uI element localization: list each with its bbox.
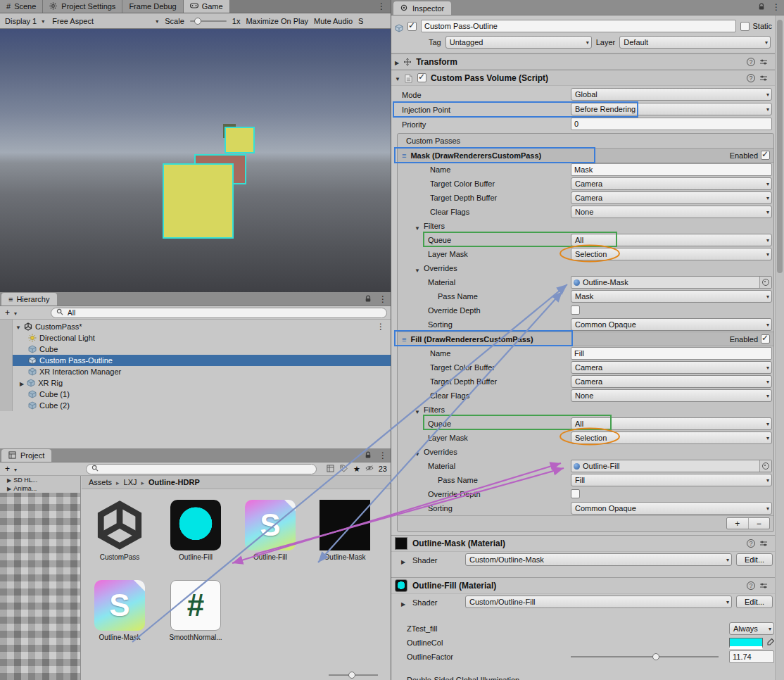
scrollbar-thumb[interactable] bbox=[777, 20, 783, 273]
custom-pass-volume-header[interactable]: Custom Pass Volume (Script) ⋮ bbox=[391, 70, 784, 86]
scale-slider[interactable] bbox=[190, 20, 227, 22]
thumbnail-size-slider[interactable] bbox=[329, 674, 378, 676]
hierarchy-item-cube-1[interactable]: Cube (1) bbox=[13, 389, 391, 400]
help-icon[interactable] bbox=[747, 74, 755, 82]
favorites-star-icon[interactable]: ★ bbox=[353, 465, 360, 474]
mask-target-color-dropdown[interactable]: Camera bbox=[571, 177, 772, 190]
tab-scene[interactable]: # Scene bbox=[0, 0, 43, 13]
drag-handle-icon[interactable]: ≡ bbox=[402, 151, 406, 160]
eyedropper-icon[interactable] bbox=[766, 638, 775, 646]
foldout-closed-icon[interactable] bbox=[401, 557, 405, 565]
fill-target-depth-dropdown[interactable]: Camera bbox=[571, 375, 772, 388]
fill-queue-dropdown[interactable]: All bbox=[571, 417, 772, 430]
fill-name-field[interactable]: Fill bbox=[571, 347, 772, 360]
asset-outline-fill-shader[interactable]: S Outline-Fill bbox=[241, 500, 300, 561]
tab-project[interactable]: Project bbox=[1, 449, 51, 462]
outline-factor-knob[interactable] bbox=[652, 653, 659, 660]
foldout-open-icon[interactable] bbox=[415, 407, 420, 415]
mask-override-depth-checkbox[interactable] bbox=[571, 306, 580, 315]
breadcrumb-current[interactable]: Outline-HDRP bbox=[139, 478, 202, 486]
mask-overrides-foldout[interactable]: Overrides bbox=[398, 261, 773, 275]
remove-pass-button[interactable]: − bbox=[749, 518, 770, 529]
hierarchy-menu-icon[interactable]: ⋮ bbox=[379, 295, 387, 303]
foldout-closed-icon[interactable] bbox=[7, 485, 11, 492]
mask-material-field[interactable]: Outline-Mask bbox=[571, 276, 772, 289]
help-icon[interactable] bbox=[747, 581, 755, 590]
priority-field[interactable]: 0 bbox=[571, 118, 772, 130]
scene-menu-icon[interactable]: ⋮ bbox=[377, 322, 385, 331]
help-icon[interactable] bbox=[747, 58, 755, 66]
mute-audio-button[interactable]: Mute Audio bbox=[314, 17, 353, 25]
fill-filters-foldout[interactable]: Filters bbox=[398, 403, 773, 417]
foldout-open-icon[interactable] bbox=[415, 223, 420, 232]
tab-inspector[interactable]: Inspector bbox=[393, 1, 451, 15]
outline-fill-material-header[interactable]: Outline-Fill (Material) ⋮ bbox=[391, 577, 784, 594]
fill-layer-mask-dropdown[interactable]: Selection bbox=[571, 432, 772, 444]
mask-filters-foldout[interactable]: Filters bbox=[398, 219, 773, 233]
hierarchy-item-cube-2[interactable]: Cube (2) bbox=[13, 400, 391, 411]
transform-header[interactable]: Transform ⋮ bbox=[391, 53, 784, 70]
asset-outline-mask-material[interactable]: Outline-Mask bbox=[315, 500, 374, 561]
mask-layer-mask-dropdown[interactable]: Selection bbox=[571, 248, 772, 260]
package-filter-icon[interactable] bbox=[327, 465, 335, 473]
mode-dropdown[interactable]: Global bbox=[571, 88, 772, 101]
asset-smoothnormal[interactable]: # SmoothNormal... bbox=[166, 580, 225, 641]
mask-target-depth-dropdown[interactable]: Camera bbox=[571, 191, 772, 204]
hierarchy-search-input[interactable]: All bbox=[51, 308, 387, 318]
inspector-scrollbar[interactable] bbox=[775, 15, 784, 680]
aspect-ratio-dropdown[interactable]: Free Aspect bbox=[51, 17, 159, 25]
gameobject-name-field[interactable]: Custom Pass-Outline bbox=[421, 20, 736, 32]
tab-project-settings[interactable]: Project Settings bbox=[43, 0, 122, 13]
color-swatch-cyan[interactable] bbox=[729, 638, 763, 649]
object-picker-icon[interactable] bbox=[759, 460, 771, 472]
foldout-open-icon[interactable] bbox=[415, 265, 420, 274]
foldout-closed-icon[interactable] bbox=[20, 379, 24, 387]
lock-icon[interactable] bbox=[365, 295, 373, 303]
fill-sorting-dropdown[interactable]: Common Opaque bbox=[571, 502, 772, 515]
hierarchy-item-xr-interaction-manager[interactable]: XR Interaction Manager bbox=[13, 366, 391, 377]
project-menu-icon[interactable]: ⋮ bbox=[379, 451, 387, 460]
thumbnail-slider-knob[interactable] bbox=[348, 672, 355, 679]
fill-material-field[interactable]: Outline-Fill bbox=[571, 460, 772, 472]
outline-factor-slider[interactable] bbox=[571, 656, 719, 657]
hierarchy-scene-row[interactable]: CustomPass* ⋮ bbox=[13, 321, 391, 332]
drag-handle-icon[interactable]: ≡ bbox=[402, 335, 406, 344]
fill-target-color-dropdown[interactable]: Camera bbox=[571, 361, 772, 374]
fill-pass-header[interactable]: ≡ Fill (DrawRenderersCustomPass) Enabled bbox=[398, 332, 773, 346]
foldout-closed-icon[interactable] bbox=[401, 599, 405, 607]
lock-icon[interactable] bbox=[365, 451, 373, 460]
tab-hierarchy[interactable]: ≡ Hierarchy bbox=[1, 293, 57, 306]
injection-point-dropdown[interactable]: Before Rendering bbox=[571, 103, 772, 115]
tab-game[interactable]: Game bbox=[184, 0, 230, 13]
foldout-open-icon[interactable] bbox=[415, 449, 420, 458]
hierarchy-item-cube[interactable]: Cube bbox=[13, 344, 391, 355]
mask-shader-edit-button[interactable]: Edit... bbox=[736, 553, 773, 566]
component-enabled-checkbox[interactable] bbox=[417, 73, 426, 82]
inspector-menu-icon[interactable]: ⋮ bbox=[772, 3, 780, 11]
tag-dropdown[interactable]: Untagged bbox=[445, 36, 592, 49]
hidden-count-eye-icon[interactable] bbox=[365, 465, 374, 473]
mask-queue-dropdown[interactable]: All bbox=[571, 234, 772, 246]
foldout-closed-icon[interactable] bbox=[7, 477, 11, 484]
help-icon[interactable] bbox=[747, 539, 755, 548]
label-filter-icon[interactable] bbox=[340, 465, 348, 473]
tab-frame-debug[interactable]: Frame Debug bbox=[122, 0, 183, 13]
presets-icon[interactable] bbox=[759, 581, 768, 590]
fill-clear-flags-dropdown[interactable]: None bbox=[571, 389, 772, 402]
foldout-open-icon[interactable] bbox=[15, 322, 21, 331]
hierarchy-item-custom-pass-outline[interactable]: Custom Pass-Outline bbox=[13, 355, 391, 366]
stats-button-clipped[interactable]: S bbox=[358, 17, 363, 25]
fill-enabled-checkbox[interactable] bbox=[761, 334, 770, 344]
mask-name-field[interactable]: Mask bbox=[571, 163, 772, 176]
outline-factor-field[interactable]: 11.74 bbox=[729, 650, 774, 663]
fill-override-depth-checkbox[interactable] bbox=[571, 489, 580, 498]
maximize-on-play-button[interactable]: Maximize On Play bbox=[246, 17, 308, 25]
folder-item[interactable]: SD HL... bbox=[0, 476, 80, 484]
presets-icon[interactable] bbox=[759, 58, 768, 66]
asset-custompass[interactable]: CustomPass bbox=[90, 500, 149, 561]
project-search-input[interactable] bbox=[86, 464, 317, 474]
ztest-dropdown[interactable]: Always bbox=[729, 622, 774, 635]
presets-icon[interactable] bbox=[759, 74, 768, 82]
asset-outline-fill-material[interactable]: Outline-Fill bbox=[166, 500, 225, 561]
mask-shader-dropdown[interactable]: Custom/Outline-Mask bbox=[465, 553, 732, 566]
